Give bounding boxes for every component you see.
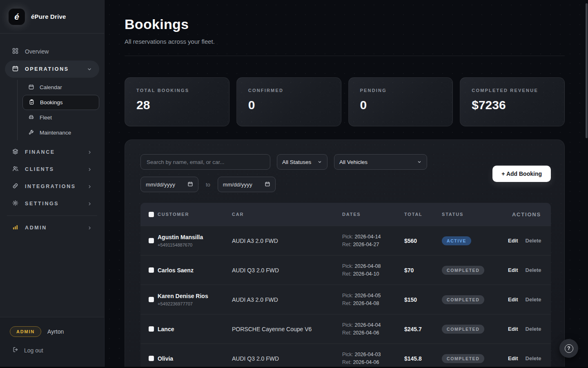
vehicle-select[interactable]: All Vehicles: [334, 154, 427, 170]
logout-button[interactable]: Log out: [10, 346, 94, 354]
row-checkbox[interactable]: [149, 238, 154, 243]
filter-row-2: mm/dd/yyyy to mm/dd/yyyy: [140, 177, 551, 192]
add-booking-button[interactable]: + Add Booking: [492, 166, 551, 182]
edit-link[interactable]: Edit: [508, 355, 518, 361]
booking-total: $70: [404, 267, 442, 274]
sidebar-item-finance[interactable]: FINANCE: [5, 144, 99, 161]
admin-role-badge: ADMIN: [10, 326, 41, 337]
car-name: AUDI A3 2.0 FWD: [232, 296, 342, 303]
user-info: ADMIN Ayrton: [10, 326, 94, 337]
chevron-down-icon: [317, 159, 322, 164]
sidebar-item-maintenance[interactable]: Maintenance: [22, 125, 99, 140]
sidebar-item-label: INTEGRATIONS: [25, 184, 76, 189]
brand-logo: é: [9, 9, 25, 25]
grid-icon: [12, 47, 19, 56]
header-divider: [125, 56, 565, 56]
pick-label: Pick:: [342, 263, 353, 269]
logout-label: Log out: [24, 347, 43, 354]
customer-phone: +5491154887670: [158, 242, 232, 247]
sidebar-item-label: OPERATIONS: [25, 66, 69, 72]
row-checkbox[interactable]: [149, 356, 154, 361]
calendar-icon: [28, 84, 34, 91]
chevron-right-icon: [87, 184, 92, 189]
pick-label: Pick:: [342, 322, 353, 328]
date-to-input[interactable]: mm/dd/yyyy: [218, 177, 276, 192]
scrollbar-thumb[interactable]: [586, 3, 588, 138]
row-checkbox[interactable]: [149, 267, 154, 273]
sidebar-item-settings[interactable]: SETTINGS: [5, 195, 99, 212]
ret-date: 2026-04-08: [353, 301, 379, 306]
sidebar-item-clients[interactable]: CLIENTS: [5, 161, 99, 178]
ret-label: Ret:: [342, 271, 352, 277]
edit-link[interactable]: Edit: [508, 326, 518, 332]
pick-date: 2026-04-05: [355, 293, 381, 298]
car-name: PORSCHE Cayenne Coupe V6: [232, 326, 342, 332]
column-header-dates: DATES: [342, 212, 404, 217]
gear-icon: [12, 200, 19, 208]
table-row: Carlos Saenz AUDI Q3 2.0 FWD Pick: 2026-…: [140, 255, 551, 285]
status-select[interactable]: All Statuses: [277, 154, 327, 170]
filters: All Statuses All Vehicles mm/dd/yyyy: [140, 154, 551, 192]
date-range-to-label: to: [206, 182, 210, 188]
row-checkbox[interactable]: [149, 326, 154, 332]
edit-link[interactable]: Edit: [508, 238, 518, 244]
bookings-table: CUSTOMER CAR DATES TOTAL STATUS ACTIONS …: [140, 203, 551, 368]
operations-subnav: Calendar Bookings Fleet Maintenance: [17, 80, 99, 140]
delete-link[interactable]: Delete: [526, 355, 541, 361]
sidebar-item-fleet[interactable]: Fleet: [22, 110, 99, 125]
ret-date: 2026-04-06: [353, 359, 379, 365]
sidebar-item-bookings[interactable]: Bookings: [22, 95, 99, 110]
help-button[interactable]: ?: [559, 339, 578, 358]
search-input[interactable]: [140, 154, 270, 170]
sidebar-item-admin[interactable]: ADMIN: [5, 219, 99, 236]
table-row: Lance PORSCHE Cayenne Coupe V6 Pick: 202…: [140, 314, 551, 343]
main-content: Bookings All reservations across your fl…: [105, 0, 588, 368]
booking-dates: Pick: 2026-04-05 Ret: 2026-04-08: [342, 292, 404, 307]
user-name: Ayrton: [47, 328, 64, 335]
chevron-right-icon: [87, 150, 92, 155]
wrench-icon: [28, 129, 34, 137]
row-checkbox[interactable]: [149, 297, 154, 302]
status-badge: COMPLETED: [442, 266, 484, 275]
booking-total: $560: [404, 238, 442, 244]
stat-card-completed-revenue: COMPLETED REVENUE $7236: [460, 77, 565, 126]
select-all-checkbox[interactable]: [149, 212, 154, 217]
chevron-right-icon: [87, 201, 92, 206]
pick-label: Pick:: [342, 352, 353, 357]
sidebar-item-label: SETTINGS: [25, 201, 59, 206]
sidebar-item-overview[interactable]: Overview: [5, 43, 99, 60]
sidebar-item-label: Maintenance: [40, 130, 71, 136]
pick-date: 2026-04-03: [355, 352, 381, 357]
edit-link[interactable]: Edit: [508, 267, 518, 273]
status-select-value: All Statuses: [282, 159, 311, 165]
chevron-right-icon: [87, 225, 92, 231]
car-name: AUDI Q3 2.0 FWD: [232, 267, 342, 274]
delete-link[interactable]: Delete: [526, 238, 541, 244]
ret-date: 2026-04-27: [353, 242, 379, 247]
page-subtitle: All reservations across your fleet.: [125, 38, 565, 45]
ret-label: Ret:: [342, 242, 352, 247]
car-name: AUDI Q3 2.0 FWD: [232, 355, 342, 362]
delete-link[interactable]: Delete: [526, 267, 541, 273]
calendar-icon: [12, 65, 19, 73]
bookings-panel: All Statuses All Vehicles mm/dd/yyyy: [125, 139, 565, 368]
logout-icon: [12, 346, 19, 354]
edit-link[interactable]: Edit: [508, 296, 518, 303]
pick-date: 2026-04-14: [355, 234, 381, 240]
sidebar-item-integrations[interactable]: INTEGRATIONS: [5, 178, 99, 195]
sidebar-item-label: CLIENTS: [25, 166, 54, 172]
date-from-input[interactable]: mm/dd/yyyy: [140, 177, 198, 192]
booking-total: $150: [404, 296, 442, 303]
delete-link[interactable]: Delete: [526, 296, 541, 303]
brand-logo-glyph: é: [14, 12, 19, 22]
sidebar-item-operations[interactable]: OPERATIONS: [5, 61, 99, 78]
table-row: Olivia AUDI Q3 2.0 FWD Pick: 2026-04-03 …: [140, 343, 551, 368]
stat-value: 28: [136, 98, 218, 112]
sidebar-item-calendar[interactable]: Calendar: [22, 80, 99, 95]
customer-name: Agustin Mansilla: [158, 234, 232, 240]
sidebar-item-label: Overview: [25, 48, 49, 55]
delete-link[interactable]: Delete: [526, 326, 541, 332]
stat-card-pending: PENDING 0: [348, 77, 453, 126]
booking-dates: Pick: 2026-04-03 Ret: 2026-04-06: [342, 351, 404, 366]
stat-label: COMPLETED REVENUE: [472, 88, 553, 93]
